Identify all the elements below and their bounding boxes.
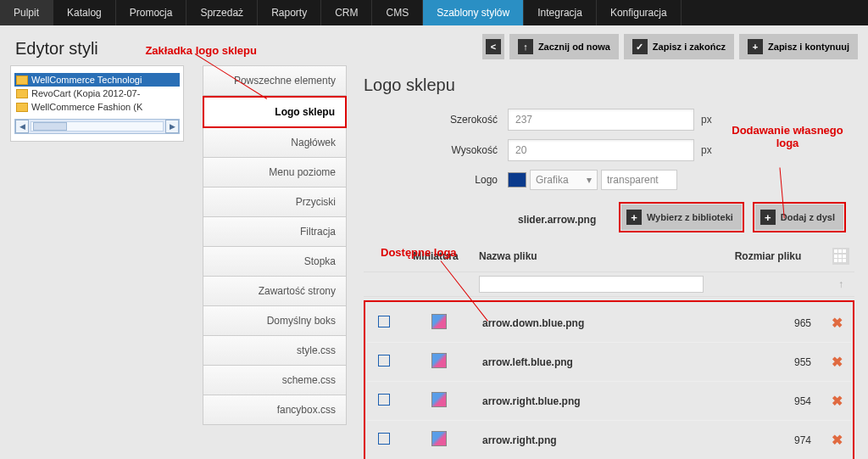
unit-px: px <box>701 144 712 156</box>
tree-item[interactable]: WellCommerce Technologi <box>14 73 180 87</box>
scroll-right-icon[interactable]: ▶ <box>165 120 179 133</box>
tree-hscroll[interactable]: ◀ ▶ <box>14 119 180 134</box>
col-name: Nazwa pliku <box>474 241 709 272</box>
annotation-available: Dostępne loga <box>381 246 457 259</box>
annotation-highlight-choose: + Wybierz z biblioteki <box>619 202 744 232</box>
row-checkbox[interactable] <box>378 355 390 367</box>
save-close-button[interactable]: ✓Zapisz i zakończ <box>624 34 734 59</box>
save-close-label: Zapisz i zakończ <box>653 42 726 52</box>
height-input[interactable] <box>508 139 694 161</box>
color-swatch[interactable] <box>508 172 526 188</box>
save-continue-label: Zapisz i kontynuuj <box>768 42 849 52</box>
section-nav-item[interactable]: Domyślny boks <box>203 306 347 336</box>
row-checkbox[interactable] <box>378 394 390 406</box>
folder-icon <box>16 76 28 85</box>
file-thumbnail-icon <box>431 314 447 329</box>
file-row[interactable]: arrow.right.blue.png954✖ <box>367 382 851 421</box>
topnav-item[interactable]: CRM <box>321 0 372 25</box>
topnav-item[interactable]: Sprzedaż <box>186 0 258 25</box>
current-file-label: slider.arrow.png <box>364 209 610 231</box>
plus-icon: + <box>760 210 776 225</box>
unit-px: px <box>701 114 712 126</box>
file-name: arrow.down.blue.png <box>477 304 704 343</box>
delete-icon[interactable]: ✖ <box>828 433 846 447</box>
add-from-disk-button[interactable]: + Dodaj z dysl <box>755 204 843 230</box>
restart-button[interactable]: ↑Zacznij od nowa <box>509 34 619 59</box>
logo-bg-input[interactable] <box>601 170 677 190</box>
file-row[interactable]: arrow.down.blue.png965✖ <box>367 304 851 343</box>
topnav-item[interactable]: Integracja <box>524 0 597 25</box>
section-nav-item[interactable]: Powszechne elementy <box>203 65 347 96</box>
topnav-item[interactable]: Szablony stylów <box>423 0 524 25</box>
arrow-left-icon: < <box>486 39 501 54</box>
file-row[interactable]: arrow.right.png974✖ <box>367 421 851 460</box>
file-size: 965 <box>704 304 823 343</box>
tree-item[interactable]: WellCommerce Fashion (K <box>14 100 180 114</box>
file-name: arrow.right.png <box>477 421 704 460</box>
filename-filter-input[interactable] <box>479 276 704 293</box>
topnav-item[interactable]: Raporty <box>258 0 321 25</box>
check-icon: ✓ <box>632 39 648 54</box>
tree-item-label: RevoCart (Kopia 2012-07- <box>31 88 140 98</box>
plus-icon: + <box>626 210 642 225</box>
back-button[interactable]: < <box>482 34 504 59</box>
topnav-item[interactable]: Pulpit <box>0 0 53 25</box>
topnav-item[interactable]: Katalog <box>53 0 116 25</box>
scroll-left-icon[interactable]: ◀ <box>15 120 29 133</box>
file-name: arrow.right.blue.png <box>477 382 704 421</box>
section-nav-item[interactable]: fancybox.css <box>203 395 347 425</box>
delete-icon[interactable]: ✖ <box>828 394 846 408</box>
file-thumbnail-icon <box>431 392 447 407</box>
up-arrow-icon: ↑ <box>518 39 533 54</box>
col-size: Rozmiar pliku <box>709 241 827 272</box>
topnav-item[interactable]: Promocja <box>116 0 187 25</box>
section-nav-item[interactable]: scheme.css <box>203 366 347 395</box>
sort-icon[interactable]: ↑ <box>832 276 849 293</box>
file-name: arrow.left.blue.png <box>477 343 704 382</box>
restart-label: Zacznij od nowa <box>538 42 610 52</box>
section-nav: Powszechne elementyLogo sklepuNagłówekMe… <box>203 65 347 425</box>
section-nav-item[interactable]: style.css <box>203 336 347 366</box>
page-title: Edytor styli Zakładka logo sklepu <box>0 39 868 65</box>
file-thumbnail-icon <box>431 431 447 446</box>
section-nav-item[interactable]: Zawartość strony <box>203 277 347 306</box>
scroll-thumb[interactable] <box>33 122 67 131</box>
top-nav: PulpitKatalogPromocjaSprzedażRaportyCRMC… <box>0 0 868 25</box>
panel-heading: Logo sklepu <box>364 76 854 95</box>
annotation-tab: Zakładka logo sklepu <box>145 44 257 57</box>
tree-sidebar: WellCommerce TechnologiRevoCart (Kopia 2… <box>10 65 184 142</box>
plus-icon: + <box>748 39 763 54</box>
section-nav-item[interactable]: Menu poziome <box>203 158 347 188</box>
logo-label: Logo <box>364 174 508 186</box>
save-continue-button[interactable]: +Zapisz i kontynuuj <box>739 34 858 59</box>
section-nav-item[interactable]: Stopka <box>203 247 347 277</box>
topnav-item[interactable]: CMS <box>372 0 423 25</box>
annotation-highlight-add: + Dodaj z dysl <box>753 202 846 232</box>
section-nav-item[interactable]: Nagłówek <box>203 128 347 158</box>
tree-item[interactable]: RevoCart (Kopia 2012-07- <box>14 87 180 100</box>
folder-icon <box>16 103 28 112</box>
file-size: 954 <box>704 382 823 421</box>
annotation-highlight-files: arrow.down.blue.png965✖arrow.left.blue.p… <box>364 300 854 459</box>
height-label: Wysokość <box>364 144 508 156</box>
row-checkbox[interactable] <box>378 433 390 445</box>
width-label: Szerokość <box>364 114 508 126</box>
topnav-item[interactable]: Konfiguracja <box>597 0 682 25</box>
delete-icon[interactable]: ✖ <box>828 355 846 369</box>
grid-view-icon[interactable] <box>832 248 849 265</box>
delete-icon[interactable]: ✖ <box>828 316 846 330</box>
width-input[interactable] <box>508 109 694 131</box>
file-thumbnail-icon <box>431 353 447 368</box>
section-nav-item[interactable]: Filtracja <box>203 217 347 247</box>
section-nav-item[interactable]: Przyciski <box>203 188 347 217</box>
section-nav-item[interactable]: Logo sklepu <box>203 96 347 128</box>
file-row[interactable]: arrow.left.blue.png955✖ <box>367 343 851 382</box>
file-size: 974 <box>704 421 823 460</box>
annotation-add-own: Dodawanie własnego loga <box>715 124 860 149</box>
file-size: 955 <box>704 343 823 382</box>
scroll-track[interactable] <box>31 121 164 132</box>
folder-icon <box>16 89 28 98</box>
row-checkbox[interactable] <box>378 316 390 327</box>
logo-mode-select[interactable]: Grafika <box>530 170 598 190</box>
choose-from-library-button[interactable]: + Wybierz z biblioteki <box>621 204 742 230</box>
